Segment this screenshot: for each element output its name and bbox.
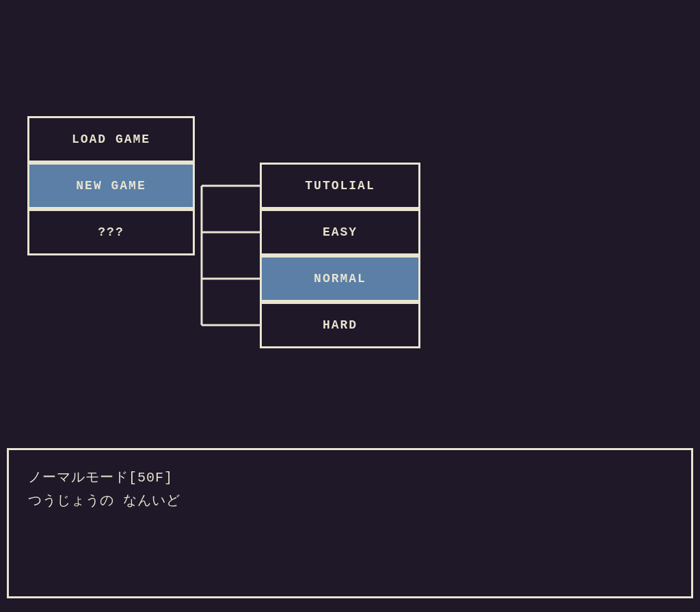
unknown-button[interactable]: ??? [27,209,195,255]
dialog-line2: つうじょうの なんいど [28,490,672,513]
load-game-button[interactable]: LOAD GAME [27,116,195,163]
normal-button[interactable]: NORMAL [260,255,420,302]
new-game-button[interactable]: NEW GAME [27,163,195,209]
main-menu-container: LOAD GAME NEW GAME ??? TUTOLIAL [27,116,420,348]
submenu-wrapper: TUTOLIAL EASY NORMAL HARD [195,163,420,348]
tutorial-button[interactable]: TUTOLIAL [260,163,420,209]
submenu: TUTOLIAL EASY NORMAL HARD [260,163,420,348]
left-menu: LOAD GAME NEW GAME ??? [27,116,195,255]
dialog-line1: ノーマルモード[50F] [28,467,672,490]
hard-button[interactable]: HARD [260,302,420,348]
easy-button[interactable]: EASY [260,209,420,255]
dialog-box: ノーマルモード[50F] つうじょうの なんいど [7,448,693,598]
connector-lines [195,163,260,348]
